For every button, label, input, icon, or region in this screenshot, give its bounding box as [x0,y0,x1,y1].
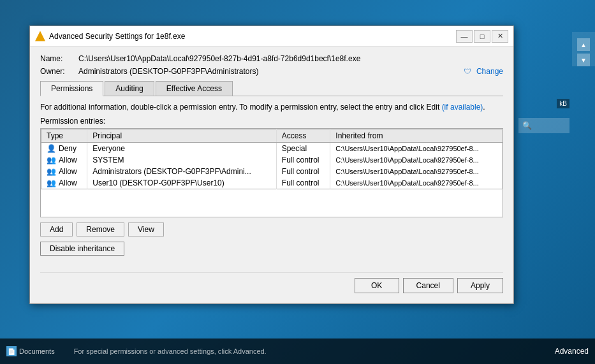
minimize-button[interactable]: — [456,30,473,43]
if-available-link: (if available) [442,103,483,112]
change-link[interactable]: Change [476,67,503,76]
advanced-taskbar-button[interactable]: Advanced [555,347,595,356]
col-principal: Principal [87,129,277,143]
taskbar: 📄 Documents For special permissions or a… [0,339,595,364]
col-access: Access [276,129,330,143]
cell-access-0: Special [276,143,330,155]
tab-auditing[interactable]: Auditing [105,81,154,96]
add-button[interactable]: Add [40,222,73,237]
table-row[interactable]: 👥Allow User10 (DESKTOP-G0PF3PF\User10) F… [41,177,503,189]
view-button[interactable]: View [128,222,164,237]
cell-inherited-2: C:\Users\User10\AppData\Local\927950ef-8… [330,166,503,177]
table-row[interactable]: 👥Allow Administrators (DESKTOP-G0PF3PF\A… [41,166,503,177]
cell-type-0: 👤Deny [41,143,87,155]
name-value: C:\Users\User10\AppData\Local\927950ef-8… [78,54,503,63]
cell-type-3: 👥Allow [41,177,87,189]
taskbar-bottom-hint: For special permissions or advanced sett… [61,347,555,355]
section-label: Permission entries: [40,117,503,126]
cell-access-3: Full control [276,177,330,189]
tabs-container: Permissions Auditing Effective Access [40,81,503,96]
cell-principal-3: User10 (DESKTOP-G0PF3PF\User10) [87,177,277,189]
scroll-down-button[interactable]: ▼ [577,54,590,66]
table-header-row: Type Principal Access Inherited from [41,129,503,143]
apply-button[interactable]: Apply [457,278,503,293]
taskbar-documents[interactable]: 📄 Documents [0,339,61,364]
documents-icon: 📄 [6,346,17,356]
maximize-button[interactable]: □ [474,30,490,43]
table-row[interactable]: 👤Deny Everyone Special C:\Users\User10\A… [41,143,503,155]
cancel-button[interactable]: Cancel [403,278,453,293]
cell-access-2: Full control [276,166,330,177]
dialog-footer: OK Cancel Apply [40,272,503,296]
shield-icon: 🛡 [464,67,471,76]
window-icon [35,31,45,41]
cell-type-2: 👥Allow [41,166,87,177]
file-size-badge: kB [557,99,569,108]
cell-principal-2: Administrators (DESKTOP-G0PF3PF\Admini..… [87,166,277,177]
window-body: Name: C:\Users\User10\AppData\Local\9279… [30,47,513,303]
owner-value: Administrators (DESKTOP-G0PF3PF\Administ… [78,67,460,76]
col-inherited: Inherited from [330,129,503,143]
title-bar: Advanced Security Settings for 1e8f.exe … [30,26,513,47]
title-bar-controls: — □ ✕ [456,30,508,43]
window-title: Advanced Security Settings for 1e8f.exe [49,32,452,41]
close-button[interactable]: ✕ [492,30,508,43]
search-bar[interactable]: 🔍 [518,118,569,133]
scroll-up-button[interactable]: ▲ [577,38,590,51]
tab-permissions[interactable]: Permissions [40,81,103,96]
right-sidebar: ▲ ▼ [572,32,595,66]
search-icon: 🔍 [522,121,532,130]
cell-access-1: Full control [276,154,330,166]
tab-effective-access[interactable]: Effective Access [156,81,233,96]
permissions-info-text: For additional information, double-click… [40,103,503,112]
permissions-table-wrapper: Type Principal Access Inherited from 👤De… [40,128,503,217]
col-type: Type [41,129,87,143]
button-row: Add Remove View [40,222,503,237]
table-row[interactable]: 👥Allow SYSTEM Full control C:\Users\User… [41,154,503,166]
cell-inherited-1: C:\Users\User10\AppData\Local\927950ef-8… [330,154,503,166]
cell-principal-0: Everyone [87,143,277,155]
permissions-table: Type Principal Access Inherited from 👤De… [41,129,503,189]
content-area: For additional information, double-click… [40,96,503,270]
owner-label: Owner: [40,67,78,76]
cell-type-1: 👥Allow [41,154,87,166]
cell-inherited-0: C:\Users\User10\AppData\Local\927950ef-8… [330,143,503,155]
documents-label: Documents [19,347,55,355]
name-row: Name: C:\Users\User10\AppData\Local\9279… [40,54,503,63]
main-window: Advanced Security Settings for 1e8f.exe … [29,25,514,304]
cell-inherited-3: C:\Users\User10\AppData\Local\927950ef-8… [330,177,503,189]
disable-inheritance-button[interactable]: Disable inheritance [40,242,124,256]
owner-row: Owner: Administrators (DESKTOP-G0PF3PF\A… [40,67,503,76]
remove-button[interactable]: Remove [77,222,124,237]
cell-principal-1: SYSTEM [87,154,277,166]
name-label: Name: [40,54,78,63]
ok-button[interactable]: OK [355,278,399,293]
